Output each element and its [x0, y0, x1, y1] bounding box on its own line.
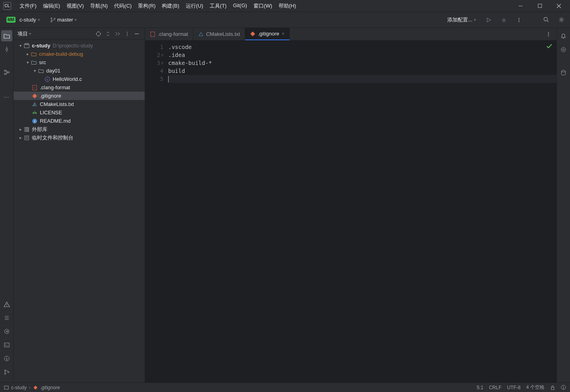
encoding[interactable]: UTF-8 — [507, 385, 521, 390]
breadcrumb-project[interactable]: c-study — [11, 385, 27, 390]
services-tool-button[interactable] — [1, 326, 12, 337]
run-button[interactable] — [483, 14, 494, 25]
main-content: … 项目 ▾ — [0, 28, 570, 382]
editor-tabs: .clang-format CMakeLists.txt .gitignore … — [145, 28, 556, 41]
breadcrumb-file[interactable]: .gitignore — [40, 385, 60, 390]
svg-point-6 — [54, 18, 55, 19]
collapse-all-button[interactable] — [114, 30, 122, 38]
structure-tool-button[interactable] — [1, 67, 12, 78]
minimize-button[interactable] — [513, 0, 529, 12]
chevron-down-icon[interactable]: ▾ — [25, 60, 30, 65]
locate-button[interactable] — [94, 30, 102, 38]
gear-icon — [558, 17, 564, 23]
tree-file-cmakelists[interactable]: CMakeLists.txt — [14, 100, 145, 108]
ai-assistant-button[interactable] — [558, 44, 569, 55]
ide-status[interactable] — [561, 385, 566, 390]
menu-file[interactable]: 文件(F) — [17, 1, 39, 11]
svg-line-43 — [118, 34, 120, 35]
more-tool-button[interactable]: … — [1, 90, 12, 101]
tree-file-gitignore[interactable]: .gitignore — [14, 92, 145, 100]
readonly-toggle[interactable] — [550, 385, 555, 390]
fold-icon[interactable]: ▫ — [161, 51, 163, 59]
editor-body[interactable]: 1 2▫ 3▫ 4 5 .vscode .idea cmake-build-* … — [145, 41, 556, 382]
gitignore-file-icon — [250, 31, 256, 37]
tree-folder-src[interactable]: ▾ src — [14, 58, 145, 67]
chevron-right-icon[interactable]: ▸ — [18, 127, 23, 131]
expand-all-button[interactable] — [104, 30, 112, 38]
tab-label: .clang-format — [158, 31, 188, 37]
tree-file-clang-format[interactable]: Y .clang-format — [14, 83, 145, 92]
line-separator[interactable]: CRLF — [489, 385, 501, 390]
svg-rect-56 — [25, 127, 26, 131]
tabs-more-button[interactable] — [543, 29, 554, 40]
todo-tool-button[interactable] — [1, 312, 12, 323]
code-line: .idea — [168, 51, 556, 59]
more-vertical-icon — [516, 17, 522, 23]
debug-button[interactable] — [498, 14, 509, 25]
menu-tools[interactable]: 工具(T) — [207, 1, 230, 11]
target-icon — [96, 31, 101, 37]
menu-git[interactable]: Git(G) — [230, 1, 250, 11]
hide-panel-button[interactable] — [133, 30, 141, 38]
terminal-tool-button[interactable] — [1, 339, 12, 351]
code-area[interactable]: .vscode .idea cmake-build-* build — [165, 41, 556, 382]
gutter[interactable]: 1 2▫ 3▫ 4 5 — [145, 41, 165, 382]
menu-help[interactable]: 帮助(H) — [276, 1, 299, 11]
menu-run[interactable]: 运行(U) — [183, 1, 206, 11]
debug-tool-button[interactable] — [1, 353, 12, 364]
branch-selector[interactable]: master ▾ — [47, 15, 80, 24]
tree-file-helloworld[interactable]: c HelloWorld.c — [14, 75, 145, 83]
tree-label: .clang-format — [40, 84, 70, 90]
add-configuration[interactable]: 添加配置... ▾ — [444, 15, 479, 25]
tab-cmakelists[interactable]: CMakeLists.txt — [193, 28, 245, 40]
panel-options-button[interactable] — [123, 30, 131, 38]
folder-icon — [30, 60, 37, 65]
inspection-status[interactable] — [546, 43, 552, 49]
fold-icon[interactable]: ▫ — [161, 59, 163, 67]
notifications-button[interactable] — [558, 30, 569, 41]
cmake-file-icon — [31, 102, 38, 107]
breadcrumb[interactable]: c-study › .gitignore — [4, 385, 60, 390]
project-panel-title[interactable]: 项目 ▾ — [18, 30, 31, 37]
git-tool-button[interactable] — [1, 367, 12, 378]
tab-clang-format[interactable]: .clang-format — [145, 28, 193, 40]
svg-rect-28 — [4, 343, 9, 347]
cursor-position[interactable]: 5:1 — [477, 385, 484, 390]
commit-tool-button[interactable] — [1, 44, 12, 55]
more-button[interactable] — [513, 14, 525, 25]
tree-root[interactable]: ▾ c-study D:\project\c-study — [14, 41, 145, 50]
database-button[interactable] — [558, 67, 569, 78]
menu-navigate[interactable]: 导航(N) — [87, 1, 110, 11]
maximize-button[interactable] — [532, 0, 548, 12]
chevron-down-icon[interactable]: ▾ — [18, 43, 23, 48]
more-vertical-icon — [546, 31, 551, 37]
menu-edit[interactable]: 编辑(E) — [40, 1, 63, 11]
indent[interactable]: 4 个空格 — [526, 384, 544, 391]
menu-code[interactable]: 代码(C) — [111, 1, 134, 11]
tree-folder-day01[interactable]: ▾ day01 — [14, 67, 145, 75]
tab-gitignore[interactable]: .gitignore × — [245, 28, 290, 40]
menu-window[interactable]: 窗口(W) — [251, 1, 275, 11]
chevron-right-icon[interactable]: ▸ — [25, 52, 30, 56]
project-tree[interactable]: ▾ c-study D:\project\c-study ▸ cmake-bui… — [14, 40, 145, 382]
chevron-down-icon[interactable]: ▾ — [32, 69, 37, 73]
tree-file-license[interactable]: LICENSE — [14, 108, 145, 117]
chevron-right-icon[interactable]: ▸ — [18, 135, 23, 140]
search-button[interactable] — [541, 14, 552, 25]
titlebar: CL 文件(F) 编辑(E) 视图(V) 导航(N) 代码(C) 重构(R) 构… — [0, 0, 570, 12]
tree-file-readme[interactable]: i README.md — [14, 117, 145, 125]
project-tool-button[interactable] — [1, 30, 12, 41]
tree-scratch[interactable]: ▸ 临时文件和控制台 — [14, 133, 145, 142]
chevron-down-icon: ▾ — [38, 18, 40, 22]
tree-folder-cmake-build-debug[interactable]: ▸ cmake-build-debug — [14, 50, 145, 58]
tab-close-button[interactable]: × — [282, 31, 285, 37]
menu-view[interactable]: 视图(V) — [64, 1, 86, 11]
project-selector[interactable]: MM c-study ▾ — [3, 15, 43, 24]
menu-refactor[interactable]: 重构(R) — [135, 1, 158, 11]
settings-button[interactable] — [556, 14, 567, 25]
close-button[interactable] — [551, 0, 567, 12]
ai-icon — [560, 47, 566, 53]
menu-build[interactable]: 构建(B) — [159, 1, 182, 11]
problems-tool-button[interactable] — [1, 299, 12, 310]
tree-external-libs[interactable]: ▸ 外部库 — [14, 125, 145, 133]
